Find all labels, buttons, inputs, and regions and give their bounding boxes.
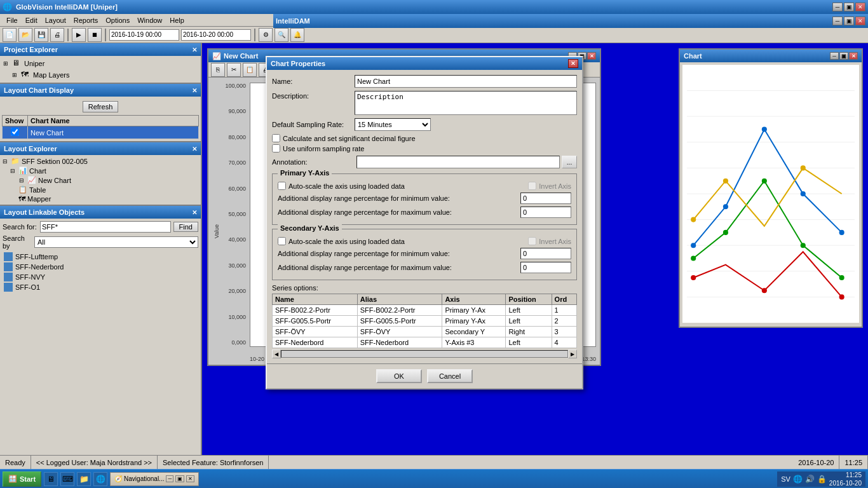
tree-item-uniper[interactable]: ⊞ 🖥 Uniper (2, 58, 199, 69)
sampling-rate-select[interactable]: 15 Minutes 30 Minutes 1 Hour 1 Day (355, 118, 431, 131)
uniform-checkbox[interactable] (272, 144, 280, 152)
nav-restore-icon[interactable]: ▣ (175, 475, 184, 482)
new-chart-close[interactable]: ✕ (587, 52, 596, 60)
layout-chart-display-header: Layout Chart Display ✕ (0, 84, 201, 97)
intellidam-min-btn[interactable]: ─ (832, 17, 843, 25)
big-chart-close[interactable]: ✕ (849, 52, 858, 60)
scroll-right-btn[interactable]: ▶ (568, 349, 577, 358)
quicklaunch-icon-3[interactable]: 📁 (77, 472, 91, 486)
toolbar-new-btn[interactable]: 📄 (3, 28, 17, 42)
big-chart-max[interactable]: ▣ (839, 52, 848, 60)
datetime1-input[interactable] (109, 29, 179, 41)
clock[interactable]: 11:25 2016-10-20 (829, 471, 862, 487)
tree-mapper[interactable]: 🗺 Mapper (1, 194, 200, 203)
series-row-4[interactable]: SFF-Nederbord SFF-Nederbord Y-Axis #3 Le… (273, 337, 577, 348)
intellidam-max-btn[interactable]: ▣ (844, 17, 854, 25)
tree-new-chart[interactable]: ⊟ 📈 New Chart (1, 175, 200, 185)
scroll-left-btn[interactable]: ◀ (272, 349, 281, 358)
series-row-3[interactable]: SFF-ÖVY SFF-ÖVY Secondary Y Right 3 (273, 327, 577, 337)
tree-table[interactable]: 📋 Table (1, 185, 200, 194)
toolbar-play-btn[interactable]: ▶ (72, 28, 86, 42)
series-options-label: Series options: (272, 284, 577, 292)
chart-col-show: Show (3, 116, 28, 126)
copy-icon[interactable]: ⎘ (211, 63, 225, 77)
toolbar-search-btn[interactable]: 🔍 (275, 28, 288, 42)
ok-button[interactable]: OK (376, 369, 422, 383)
toolbar-alert-btn[interactable]: 🔔 (290, 28, 304, 42)
uniform-label[interactable]: Use uniform sampling rate (283, 145, 364, 152)
calculate-checkbox[interactable] (272, 134, 280, 142)
refresh-button[interactable]: Refresh (83, 101, 119, 112)
quicklaunch-icon-4[interactable]: 🌐 (93, 472, 107, 486)
toolbar-settings-btn[interactable]: ⚙ (259, 28, 273, 42)
cancel-button[interactable]: Cancel (427, 369, 473, 383)
layout-linkable-close[interactable]: ✕ (192, 209, 197, 216)
name-input[interactable] (355, 75, 577, 88)
find-button[interactable]: Find (173, 222, 198, 232)
close-btn[interactable]: ✕ (855, 3, 865, 11)
menu-help[interactable]: Help (166, 16, 188, 25)
tree-chart[interactable]: ⊟ 📊 Chart (1, 166, 200, 175)
primary-min-input[interactable] (520, 193, 571, 204)
series-options-section: Series options: Name Alias Axis Position… (272, 284, 577, 358)
search-by-select[interactable]: All (34, 236, 198, 248)
menu-layout[interactable]: Layout (41, 16, 70, 25)
linkable-item-nvy[interactable]: SFF-NVY (3, 272, 198, 282)
menu-reports[interactable]: Reports (70, 16, 102, 25)
nav-close-icon[interactable]: ✕ (186, 475, 194, 482)
toolbar-open-btn[interactable]: 📂 (18, 28, 32, 42)
tree-item-maplayers[interactable]: ⊞ 🗺 Map Layers (2, 69, 199, 81)
menu-window[interactable]: Window (133, 16, 166, 25)
secondary-max-label: Additional display range percentage for … (278, 264, 517, 271)
big-chart-min[interactable]: ─ (830, 52, 839, 60)
datetime2-input[interactable] (181, 29, 251, 41)
network-icon[interactable]: 🌐 (793, 475, 803, 484)
scroll-track[interactable] (281, 350, 568, 358)
start-button[interactable]: 🪟 Start (3, 471, 41, 487)
secondary-max-input[interactable] (520, 262, 571, 273)
paste-icon[interactable]: 📋 (243, 63, 257, 77)
secondary-autoscale-label[interactable]: Auto-scale the axis using loaded data (288, 238, 405, 245)
chart-row[interactable]: New Chart (3, 126, 199, 139)
toolbar-save-btn[interactable]: 💾 (34, 28, 48, 42)
chart-show-checkbox[interactable] (11, 128, 19, 136)
primary-invert-checkbox[interactable] (528, 182, 536, 190)
linkable-item-lufttemp[interactable]: SFF-Lufttemp (3, 252, 198, 262)
series-row-2[interactable]: SFF-G005.5-Portr SFF-G005.5-Portr Primar… (273, 316, 577, 327)
layout-chart-display-close[interactable]: ✕ (192, 87, 197, 94)
cut-icon[interactable]: ✂ (227, 63, 241, 77)
speaker-icon[interactable]: 🔊 (805, 475, 815, 484)
restore-btn[interactable]: ▣ (844, 3, 854, 11)
secondary-invert-checkbox[interactable] (528, 237, 536, 245)
minimize-btn[interactable]: ─ (832, 3, 843, 11)
calculate-label[interactable]: Calculate and set significant decimal fi… (283, 135, 416, 142)
menu-options[interactable]: Options (102, 16, 133, 25)
search-input[interactable] (40, 221, 171, 233)
series-row-1[interactable]: SFF-B002.2-Portr SFF-B002.2-Portr Primar… (273, 305, 577, 316)
layout-explorer-close[interactable]: ✕ (192, 146, 197, 152)
annotation-input[interactable] (356, 156, 560, 168)
menu-edit[interactable]: Edit (22, 16, 41, 25)
primary-max-input[interactable] (520, 207, 571, 218)
toolbar-stop-btn[interactable]: ⏹ (88, 28, 102, 42)
nav-taskbar-item[interactable]: 🧭 Navigational... ─ ▣ ✕ (110, 472, 199, 486)
primary-autoscale-checkbox[interactable] (278, 182, 286, 190)
quicklaunch-icon-1[interactable]: 🖥 (44, 472, 58, 486)
secondary-autoscale-checkbox[interactable] (278, 237, 286, 245)
linkable-item-o1[interactable]: SFF-O1 (3, 282, 198, 292)
toolbar-print-btn[interactable]: 🖨 (50, 28, 64, 42)
keyboard-layout-icon[interactable]: SV (781, 475, 790, 483)
dialog-close-btn[interactable]: ✕ (568, 59, 578, 68)
secondary-min-input[interactable] (520, 248, 571, 259)
quicklaunch-icon-2[interactable]: ⌨ (60, 472, 74, 486)
tree-sff-sektion[interactable]: ⊟ 📁 SFF Sektion 002-005 (1, 156, 200, 166)
project-explorer-close[interactable]: ✕ (192, 46, 197, 53)
primary-autoscale-label[interactable]: Auto-scale the axis using loaded data (288, 182, 405, 190)
intellidam-close-btn[interactable]: ✕ (855, 17, 865, 25)
nav-minimize-icon[interactable]: ─ (166, 475, 173, 482)
menu-file[interactable]: File (3, 16, 22, 25)
linkable-item-nederbord[interactable]: SFF-Nederbord (3, 262, 198, 272)
annotation-browse-btn[interactable]: ... (562, 156, 577, 168)
description-input[interactable]: Description (355, 91, 577, 115)
security-icon[interactable]: 🔒 (817, 475, 827, 484)
